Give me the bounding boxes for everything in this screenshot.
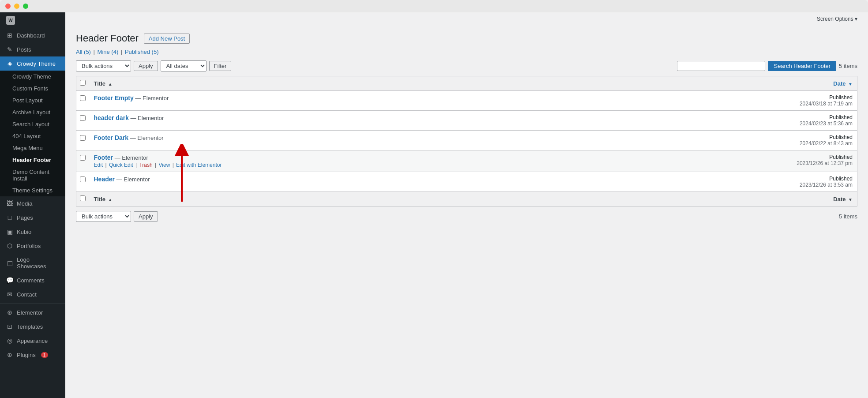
bulk-actions-top-right: Search Header Footer 5 items: [677, 61, 857, 71]
filter-separator-1: |: [94, 49, 97, 55]
row1-title-link[interactable]: Footer Empty: [94, 94, 134, 101]
row2-date-cell: Published 2024/02/23 at 5:36 am: [787, 111, 857, 131]
search-button[interactable]: Search Header Footer: [768, 61, 836, 71]
sidebar-item-logo-showcases[interactable]: ◫ Logo Showcases: [0, 253, 65, 273]
search-input[interactable]: [677, 61, 765, 71]
row4-title-link[interactable]: Footer: [94, 154, 113, 161]
row4-trash-link[interactable]: Trash: [139, 162, 152, 168]
row5-date-status: Published: [791, 176, 853, 182]
row4-date-status: Published: [791, 154, 853, 160]
row4-sep4: |: [173, 162, 175, 168]
row4-checkbox-cell: [76, 150, 90, 172]
sidebar-item-crowdy-theme[interactable]: ◈ Crowdy Theme: [0, 56, 65, 71]
row5-checkbox-cell: [76, 172, 90, 192]
sort-title-link[interactable]: Title ▲: [94, 80, 113, 87]
filter-mine[interactable]: Mine (4): [98, 49, 119, 55]
row3-title-cell: Footer Dark — Elementor: [90, 131, 787, 150]
media-icon: 🖼: [6, 200, 13, 207]
sidebar-item-kubio[interactable]: ▣ Kubio: [0, 225, 65, 239]
sidebar-item-mega-menu[interactable]: Mega Menu: [0, 142, 65, 154]
date-col-label: Date: [833, 80, 845, 87]
sidebar-item-theme-settings[interactable]: Theme Settings: [0, 184, 65, 196]
bulk-actions-top-select[interactable]: Bulk actions: [76, 60, 131, 71]
templates-icon: ⊡: [6, 323, 13, 330]
row2-checkbox-cell: [76, 111, 90, 131]
row3-date-value: 2024/02/22 at 8:43 am: [791, 140, 853, 146]
comments-icon: 💬: [6, 277, 13, 284]
sidebar-item-pages[interactable]: □ Pages: [0, 210, 65, 225]
sort-title-bottom-link[interactable]: Title ▲: [94, 196, 113, 203]
traffic-light-green[interactable]: [23, 4, 28, 9]
select-all-top-checkbox[interactable]: [80, 80, 86, 86]
add-new-post-button[interactable]: Add New Post: [144, 34, 190, 44]
sidebar-item-posts[interactable]: ✎ Posts: [0, 42, 65, 56]
sidebar-item-archive-layout[interactable]: Archive Layout: [0, 106, 65, 118]
sidebar-item-search-layout[interactable]: Search Layout: [0, 118, 65, 130]
row4-view-link[interactable]: View: [159, 162, 170, 168]
sort-date-bottom-link[interactable]: Date ▼: [833, 196, 853, 203]
row3-checkbox-cell: [76, 131, 90, 150]
row3-date-status: Published: [791, 134, 853, 140]
row1-date-status: Published: [791, 94, 853, 101]
sidebar-item-templates[interactable]: ⊡ Templates: [0, 319, 65, 334]
sidebar-item-404-layout[interactable]: 404 Layout: [0, 130, 65, 142]
kubio-icon: ▣: [6, 228, 13, 235]
sidebar-item-media[interactable]: 🖼 Media: [0, 196, 65, 210]
footer-date-label: Date: [833, 196, 845, 203]
row4-date-cell: Published 2023/12/26 at 12:37 pm: [787, 150, 857, 172]
sidebar-item-portfolios[interactable]: ⬡ Portfolios: [0, 239, 65, 253]
sidebar-item-plugins[interactable]: ⊕ Plugins 1: [0, 348, 65, 362]
row3-subtitle: — Elementor: [130, 135, 164, 141]
crowdy-theme-icon: ◈: [6, 60, 13, 67]
row4-edit-link[interactable]: Edit: [94, 162, 103, 168]
bulk-actions-bottom-select[interactable]: Bulk actions: [76, 211, 131, 222]
sidebar-item-custom-fonts[interactable]: Custom Fonts: [0, 83, 65, 94]
logo-showcases-icon: ◫: [6, 259, 13, 267]
row1-checkbox[interactable]: [80, 95, 86, 101]
dates-filter-select[interactable]: All dates: [161, 60, 207, 71]
sidebar-item-dashboard[interactable]: ⊞ Dashboard: [0, 28, 65, 42]
row4-quick-edit-link[interactable]: Quick Edit: [109, 162, 133, 168]
sidebar-logo[interactable]: W: [0, 12, 65, 28]
row5-title-link[interactable]: Header: [94, 176, 115, 183]
row4-edit-elementor-link[interactable]: Edit with Elementor: [176, 162, 222, 168]
filter-all[interactable]: All (5): [76, 49, 91, 55]
bulk-actions-bottom-left: Bulk actions Apply: [76, 211, 158, 222]
posts-icon: ✎: [6, 46, 13, 53]
row3-checkbox[interactable]: [80, 135, 86, 141]
filter-links: All (5) | Mine (4) | Published (5): [76, 49, 857, 55]
sidebar-item-demo-content-install[interactable]: Demo Content Install: [0, 166, 65, 184]
sidebar-submenu-crowdy-theme: Crowdy Theme Custom Fonts Post Layout Ar…: [0, 71, 65, 196]
row4-checkbox[interactable]: [80, 155, 86, 161]
sidebar-divider-1: [0, 303, 65, 304]
sort-date-link[interactable]: Date ▼: [833, 80, 853, 87]
row2-title-link[interactable]: header dark: [94, 114, 129, 121]
sidebar-item-contact[interactable]: ✉ Contact: [0, 287, 65, 301]
select-all-bottom-checkbox[interactable]: [80, 195, 86, 201]
row2-date-value: 2024/02/23 at 5:36 am: [791, 120, 853, 127]
title-sort-icon: ▲: [108, 82, 113, 86]
sidebar-item-header-footer[interactable]: Header Footer: [0, 154, 65, 166]
sidebar-item-comments[interactable]: 💬 Comments: [0, 273, 65, 287]
row4-subtitle: — Elementor: [115, 154, 148, 161]
sidebar-item-post-layout[interactable]: Post Layout: [0, 94, 65, 106]
bulk-apply-bottom-button[interactable]: Apply: [134, 211, 158, 222]
filter-published[interactable]: Published (5): [125, 49, 159, 55]
filter-button[interactable]: Filter: [209, 61, 232, 71]
table-row: Footer Empty — Elementor Published 2024/…: [76, 91, 857, 111]
row1-date-cell: Published 2024/03/18 at 7:19 am: [787, 91, 857, 111]
traffic-light-yellow[interactable]: [14, 4, 19, 9]
row2-checkbox[interactable]: [80, 115, 86, 121]
sidebar-item-appearance[interactable]: ◎ Appearance: [0, 334, 65, 348]
sidebar-item-crowdy-theme-sub[interactable]: Crowdy Theme: [0, 71, 65, 83]
row3-title-link[interactable]: Footer Dark: [94, 134, 129, 141]
traffic-light-red[interactable]: [5, 4, 11, 9]
bulk-apply-top-button[interactable]: Apply: [134, 61, 158, 71]
table-row: Footer — Elementor Edit | Quick Edit | T…: [76, 150, 857, 172]
table-wrapper: Title ▲ Date ▼: [76, 76, 857, 207]
sidebar-item-elementor[interactable]: ⊛ Elementor: [0, 305, 65, 319]
row5-checkbox[interactable]: [80, 176, 86, 182]
screen-options-button[interactable]: Screen Options ▾: [813, 14, 861, 24]
row5-date-value: 2023/12/26 at 3:53 am: [791, 182, 853, 188]
table-row: Header — Elementor Published 2023/12/26 …: [76, 172, 857, 192]
